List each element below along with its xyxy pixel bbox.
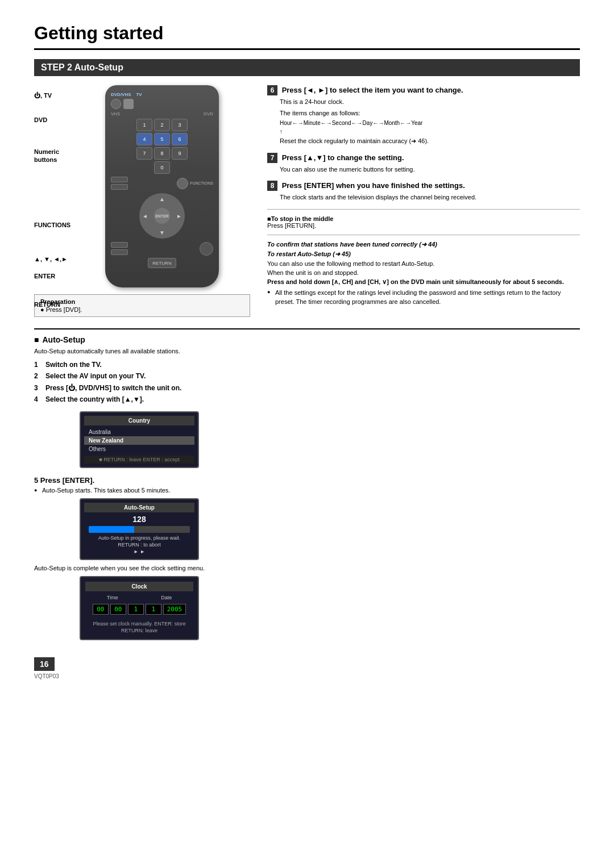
clock-val-4: 2005 [163, 604, 186, 615]
remote-diagram: DVD/VHS TV VHS DVD [34, 85, 244, 287]
step4-num: 4 [34, 394, 43, 405]
step8-section: 8 Press [ENTER] when you have finished t… [267, 181, 580, 202]
restart-bold-note: Press and hold down [∧, CH] and [CH, ∨] … [267, 278, 580, 286]
return-btn[interactable]: RETURN [148, 258, 176, 268]
nav-left-arrow[interactable]: ◄ [142, 213, 148, 219]
nav-ring: ▲ ▼ ◄ ► ENTER [139, 193, 185, 239]
step6-title: Press [◄, ►] to select the item you want… [282, 86, 463, 94]
preparation-box: Preparation ● Press [DVD]. [34, 294, 250, 317]
clock-val-1: 00 [110, 604, 126, 615]
page-footer: 16 VQT0P03 [34, 657, 580, 679]
clock-val-3: 1 [146, 604, 161, 615]
clock-date-label: Date [161, 595, 172, 600]
step6-desc1: This is a 24-hour clock. [280, 97, 580, 107]
auto-step-2: 2 Select the AV input on your TV. [34, 370, 580, 382]
btn-3[interactable]: 3 [172, 119, 188, 131]
step8-desc: The clock starts and the television disp… [280, 193, 580, 202]
progress-screen: Auto-Setup 128 Auto-Setup in progress, p… [80, 498, 199, 560]
label-nav-arrows: ▲, ▼, ◄,► [34, 256, 68, 262]
btn-4[interactable]: 4 [136, 133, 152, 145]
country-row-australia: Australia [84, 428, 194, 436]
step3-text: Press [⏻, DVD/VHS] to switch the unit on… [45, 382, 181, 394]
progress-screen-container: Auto-Setup 128 Auto-Setup in progress, p… [80, 498, 199, 560]
progress-line1: Auto-Setup in progress, please wait. [84, 535, 194, 541]
progress-line3: ► ► [84, 549, 194, 554]
remote-bottom-bar [111, 273, 213, 281]
step6-flow: Hour←→Minute←→Second←→Day←→Month←→Year [280, 120, 580, 126]
to-stop-title: ■To stop in the middle [267, 215, 580, 222]
divider1 [267, 209, 580, 210]
auto-step-4: 4 Select the country with [▲,▼]. [34, 394, 580, 405]
country-screen-title: Country [84, 416, 194, 425]
nav-down-arrow[interactable]: ▼ [159, 229, 165, 236]
vqt-code: VQT0P03 [34, 673, 580, 679]
power-btn[interactable] [111, 99, 121, 109]
step2-num: 2 [34, 370, 43, 382]
restart-bullet: All the settings except for the ratings … [267, 288, 580, 307]
progress-bar [89, 526, 190, 533]
restart-title: To restart Auto-Setup (➜ 45) [267, 251, 580, 258]
confirm-text: To confirm that stations have been tuned… [267, 241, 580, 248]
preparation-title: Preparation [40, 298, 244, 305]
btn-9[interactable]: 9 [172, 147, 188, 160]
btn-0[interactable]: 0 [154, 161, 170, 174]
country-row-others: Others [84, 445, 194, 453]
btn-2[interactable]: 2 [154, 119, 170, 131]
clock-time-label: Time [107, 595, 118, 600]
btn-1[interactable]: 1 [136, 119, 152, 131]
clock-labels: Time Date [85, 595, 193, 600]
label-dvd: DVD [34, 116, 47, 123]
step2-text: Select the AV input on your TV. [45, 370, 146, 382]
divider2 [267, 235, 580, 235]
preparation-item: ● Press [DVD]. [40, 306, 244, 313]
clock-instructions: Please set clock manually. ENTER: store … [85, 620, 193, 635]
step5-note: Auto-Setup starts. This takes about 5 mi… [34, 487, 580, 494]
tv-btn[interactable] [123, 99, 134, 109]
auto-setup-section: Auto-Setup Auto-Setup automatically tune… [34, 328, 580, 640]
step1-text: Switch on the TV. [45, 359, 102, 370]
page-title: Getting started [34, 23, 580, 50]
step6-num: 6 [267, 85, 277, 95]
nav-right-arrow[interactable]: ► [176, 213, 182, 219]
btn-6[interactable]: 6 [172, 133, 188, 145]
progress-num: 128 [84, 515, 194, 524]
clock-values-row: 00 00 1 1 2005 [85, 602, 193, 617]
auto-step-1: 1 Switch on the TV. [34, 359, 580, 370]
step7-desc: You can also use the numeric buttons for… [280, 165, 580, 174]
nav-up-arrow[interactable]: ▲ [159, 196, 165, 202]
country-screen: Country Australia New Zealand Others ■ R… [80, 411, 199, 468]
step6-section: 6 Press [◄, ►] to select the item you wa… [267, 85, 580, 146]
auto-setup-title: Auto-Setup [34, 335, 580, 344]
label-functions: FUNCTIONS [34, 222, 70, 228]
step3-num: 3 [34, 382, 43, 394]
step5-section: 5 Press [ENTER]. Auto-Setup starts. This… [34, 476, 580, 494]
page-number: 16 [34, 657, 55, 671]
step5-title: 5 Press [ENTER]. [34, 476, 580, 485]
step6-desc2: The items change as follows: [280, 108, 580, 118]
restart-desc2: When the unit is on and stopped. [267, 269, 580, 276]
btn-8[interactable]: 8 [154, 147, 170, 160]
country-row-newzealand: New Zealand [84, 436, 194, 445]
clock-screen: Clock Time Date 00 00 1 1 2005 Please se… [80, 576, 199, 640]
clock-val-0: 00 [93, 604, 109, 615]
step-header: STEP 2 Auto-Setup [34, 59, 580, 76]
country-screen-container: Country Australia New Zealand Others ■ R… [80, 411, 199, 468]
right-column: 6 Press [◄, ►] to select the item you wa… [267, 85, 580, 317]
progress-bar-inner [89, 526, 134, 533]
auto-setup-steps: 1 Switch on the TV. 2 Select the AV inpu… [34, 359, 580, 406]
step8-title: Press [ENTER] when you have finished the… [282, 181, 465, 190]
label-enter: ENTER [34, 273, 55, 279]
step8-num: 8 [267, 181, 277, 191]
to-stop-text: Press [RETURN]. [267, 222, 580, 229]
enter-btn[interactable]: ENTER [154, 208, 170, 224]
remote-control: DVD/VHS TV VHS DVD [105, 85, 219, 287]
label-return: RETURN [34, 301, 60, 308]
progress-screen-title: Auto-Setup [84, 503, 194, 512]
step1-num: 1 [34, 359, 43, 370]
btn-5[interactable]: 5 [154, 133, 170, 145]
btn-7[interactable]: 7 [136, 147, 152, 160]
complete-note: Auto-Setup is complete when you see the … [34, 565, 580, 571]
label-power-tv: ⏻, TV [34, 92, 52, 99]
step7-title: Press [▲,▼] to change the setting. [282, 153, 404, 162]
auto-step-3: 3 Press [⏻, DVD/VHS] to switch the unit … [34, 382, 580, 394]
